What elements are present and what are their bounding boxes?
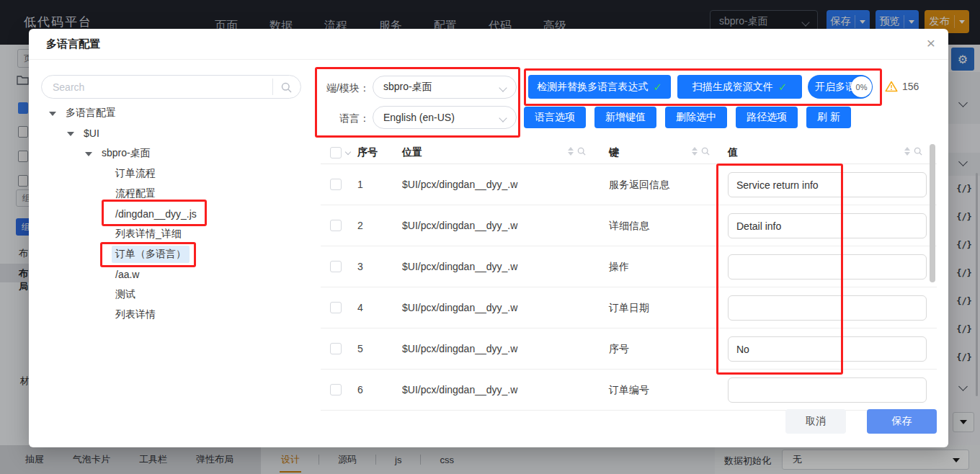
sort-icon[interactable] bbox=[692, 147, 698, 156]
tree-item[interactable]: /aa.w bbox=[29, 264, 311, 285]
tree-item[interactable]: sbpro-桌面 bbox=[29, 143, 311, 164]
value-input[interactable] bbox=[728, 336, 927, 362]
table-row: 6$UI/pcx/dingdan__dyy_.w订单编号 bbox=[321, 370, 937, 411]
tree-item[interactable]: 测试 bbox=[29, 285, 311, 305]
value-input[interactable] bbox=[728, 213, 927, 238]
multilang-config-dialog: 多语言配置 × 多语言配置$UIsbpro-桌面订单流程流程配置/dingdan… bbox=[29, 29, 948, 447]
column-tools bbox=[904, 147, 922, 156]
language-select[interactable]: English (en-US) bbox=[373, 106, 517, 129]
cancel-button[interactable]: 取消 bbox=[785, 409, 846, 434]
chevron-down-icon[interactable] bbox=[345, 149, 351, 155]
dialog-title: 多语言配置 bbox=[46, 37, 100, 51]
row-checkbox[interactable] bbox=[330, 302, 342, 313]
action-button[interactable]: 扫描生成资源文件✓ bbox=[677, 75, 802, 99]
cell-location: $UI/pcx/dingdan__dyy_.w bbox=[402, 261, 517, 272]
cell-index: 2 bbox=[357, 220, 363, 231]
column-header-key: 键 bbox=[609, 146, 619, 159]
language-label: 语言： bbox=[313, 112, 370, 125]
row-checkbox[interactable] bbox=[330, 384, 342, 395]
filter-search-icon[interactable] bbox=[577, 147, 586, 156]
column-header-index: 序号 bbox=[357, 146, 378, 159]
cell-location: $UI/pcx/dingdan__dyy_.w bbox=[402, 179, 517, 190]
toolbar-button[interactable]: 删除选中 bbox=[665, 107, 727, 128]
module-select[interactable]: sbpro-桌面 bbox=[373, 76, 517, 99]
cell-location: $UI/pcx/dingdan__dyy_.w bbox=[402, 220, 517, 231]
row-checkbox[interactable] bbox=[330, 179, 342, 190]
column-tools bbox=[568, 147, 586, 156]
cell-index: 5 bbox=[357, 343, 363, 354]
table-row: 2$UI/pcx/dingdan__dyy_.w详细信息 bbox=[321, 205, 937, 246]
action-button-label: 检测并替换多语言表达式 bbox=[537, 81, 648, 94]
row-checkbox[interactable] bbox=[330, 343, 342, 354]
value-input[interactable] bbox=[728, 254, 927, 280]
close-icon[interactable]: × bbox=[927, 35, 935, 52]
caret-down-icon bbox=[67, 132, 74, 140]
tree-item-label: 列表详情_详细 bbox=[112, 225, 185, 243]
tree-item[interactable]: 列表详情 bbox=[29, 305, 311, 325]
search-input[interactable] bbox=[42, 76, 269, 98]
row-checkbox[interactable] bbox=[330, 220, 342, 231]
tree-item[interactable]: /dingdan__dyy_.js bbox=[29, 204, 311, 224]
filter-search-icon[interactable] bbox=[701, 147, 710, 156]
table-body: 1$UI/pcx/dingdan__dyy_.w服务返回信息2$UI/pcx/d… bbox=[321, 164, 937, 411]
check-icon: ✓ bbox=[778, 81, 788, 94]
module-select-value: sbpro-桌面 bbox=[383, 81, 432, 94]
chevron-down-icon bbox=[499, 84, 507, 91]
toolbar-button[interactable]: 路径选项 bbox=[736, 107, 798, 128]
progress-badge: 0% bbox=[851, 76, 872, 97]
cell-index: 4 bbox=[357, 302, 363, 313]
action-button[interactable]: 检测并替换多语言表达式✓ bbox=[528, 75, 671, 99]
tree-item-label: 多语言配置 bbox=[62, 104, 120, 122]
toolbar-button[interactable]: 新增键值 bbox=[594, 107, 656, 128]
cell-index: 6 bbox=[357, 384, 363, 395]
chevron-down-icon bbox=[499, 114, 507, 122]
language-select-value: English (en-US) bbox=[383, 112, 455, 123]
value-input[interactable] bbox=[728, 295, 927, 321]
scrollbar-thumb[interactable] bbox=[930, 144, 935, 282]
tree-item-label: 流程配置 bbox=[112, 185, 159, 202]
cell-index: 3 bbox=[357, 261, 363, 272]
tree-item-label: 订单（多语言） bbox=[112, 246, 190, 263]
tree-item[interactable]: 订单流程 bbox=[29, 164, 311, 184]
tree-item-label: /dingdan__dyy_.js bbox=[112, 206, 200, 222]
save-button[interactable]: 保存 bbox=[867, 409, 937, 434]
tree-item[interactable]: 列表详情_详细 bbox=[29, 224, 311, 244]
warning-icon bbox=[885, 81, 898, 92]
tree-item[interactable]: 订单（多语言） bbox=[29, 244, 311, 264]
action-button[interactable]: 开启多语言0% bbox=[808, 75, 873, 99]
sort-icon[interactable] bbox=[904, 147, 910, 156]
tree-item[interactable]: 多语言配置 bbox=[29, 103, 311, 123]
tree-item-label: 订单流程 bbox=[112, 165, 159, 182]
value-input[interactable] bbox=[728, 377, 927, 403]
tree-item-label: 列表详情 bbox=[112, 306, 159, 323]
cell-key: 服务返回信息 bbox=[609, 179, 669, 192]
toolbar-button[interactable]: 刷 新 bbox=[806, 107, 851, 128]
tree: 多语言配置$UIsbpro-桌面订单流程流程配置/dingdan__dyy_.j… bbox=[29, 103, 311, 325]
table-row: 1$UI/pcx/dingdan__dyy_.w服务返回信息 bbox=[321, 164, 937, 205]
cell-index: 1 bbox=[357, 179, 363, 190]
dialog-header: 多语言配置 × bbox=[29, 29, 948, 60]
table-row: 3$UI/pcx/dingdan__dyy_.w操作 bbox=[321, 246, 937, 287]
action-button-label: 扫描生成资源文件 bbox=[692, 81, 773, 94]
column-tools bbox=[692, 147, 710, 156]
search-box bbox=[41, 75, 301, 99]
warning-count: 156 bbox=[902, 81, 919, 92]
table-scrollbar[interactable] bbox=[930, 141, 935, 411]
divider bbox=[272, 79, 273, 95]
cell-location: $UI/pcx/dingdan__dyy_.w bbox=[402, 302, 517, 313]
tree-item[interactable]: 流程配置 bbox=[29, 184, 311, 204]
sort-icon[interactable] bbox=[568, 147, 574, 156]
cell-location: $UI/pcx/dingdan__dyy_.w bbox=[402, 343, 517, 354]
module-label: 端/模块： bbox=[313, 82, 370, 95]
column-header-location: 位置 bbox=[402, 146, 422, 159]
tree-item-label: sbpro-桌面 bbox=[98, 145, 154, 162]
search-icon[interactable] bbox=[281, 82, 292, 93]
value-input[interactable] bbox=[728, 172, 927, 197]
select-all-checkbox[interactable] bbox=[330, 147, 342, 158]
tree-item[interactable]: $UI bbox=[29, 123, 311, 143]
row-checkbox[interactable] bbox=[330, 261, 342, 272]
toolbar-button[interactable]: 语言选项 bbox=[524, 107, 586, 128]
cell-key: 序号 bbox=[609, 343, 629, 356]
column-header-value: 值 bbox=[728, 146, 738, 159]
filter-search-icon[interactable] bbox=[914, 147, 922, 156]
